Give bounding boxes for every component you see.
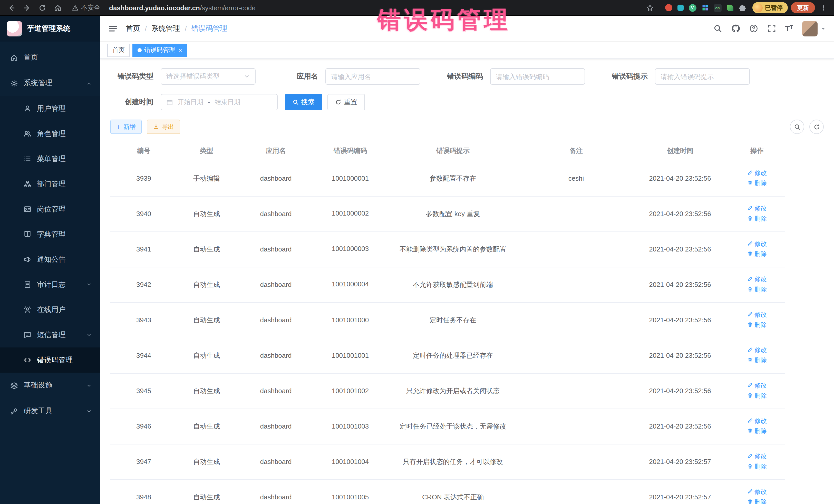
extension-grid-icon[interactable] [701,4,708,11]
column-header: 编号 [110,141,177,161]
delete-link[interactable]: 删除 [747,214,767,223]
table-row: 3943自动生成dashboard1001001000定时任务不存在2021-0… [110,302,785,338]
add-button[interactable]: + 新增 [110,119,142,134]
edit-link[interactable]: 修改 [747,203,767,213]
sidebar-item-role[interactable]: 角色管理 [0,121,100,146]
refresh-table-button[interactable] [809,119,824,134]
cell-code: 1001000001 [316,161,385,196]
browser-update-button[interactable]: 更新 [791,2,815,13]
book-icon [24,231,31,238]
bookmark-icon[interactable] [646,4,654,12]
sidebar-item-menu[interactable]: 菜单管理 [0,146,100,171]
sidebar-item-home[interactable]: 首页 [0,45,100,70]
extension-red-icon[interactable] [665,4,672,11]
app-name-input[interactable] [325,68,420,85]
cell-created: 2021-04-20 23:52:56 [631,409,729,444]
browser-menu-icon[interactable]: ⋮ [818,4,829,12]
close-tab-icon[interactable]: × [179,47,182,53]
cell-id: 3942 [110,267,177,302]
error-type-select[interactable]: 请选择错误码类型 [161,68,256,85]
delete-link[interactable]: 删除 [747,462,767,471]
edit-link[interactable]: 修改 [747,452,767,461]
refresh-icon [335,99,341,105]
sidebar-item-dict[interactable]: 字典管理 [0,222,100,247]
sidebar-item-notice[interactable]: 通知公告 [0,247,100,272]
tab-error-code[interactable]: 错误码管理× [132,43,187,57]
delete-link[interactable]: 删除 [747,497,767,504]
show-search-button[interactable] [790,119,804,134]
date-range-picker[interactable]: 开始日期 - 结束日期 [161,94,278,110]
cell-operations: 修改删除 [729,444,785,479]
vue-devtools-icon[interactable]: V [688,4,696,12]
profile-paused-chip[interactable]: 已暂停 [752,2,788,13]
github-icon[interactable] [731,24,740,33]
extension-leaf-icon[interactable] [726,4,733,11]
app-title: 芋道管理系统 [27,24,70,34]
table-row: 3948自动生成dashboard1001001005CRON 表达式不正确20… [110,479,785,504]
tools-icon [10,407,18,415]
sidebar-item-system[interactable]: 系统管理 [0,70,100,96]
app-logo-image [7,21,22,37]
edit-link[interactable]: 修改 [747,310,767,319]
profile-avatar [754,3,762,12]
security-chip[interactable]: 不安全 [72,3,100,12]
sidebar: 芋道管理系统 首页系统管理用户管理角色管理菜单管理部门管理岗位管理字典管理通知公… [0,16,100,504]
breadcrumb-item[interactable]: 系统管理 [151,24,180,33]
sidebar-item-post[interactable]: 岗位管理 [0,197,100,222]
extension-on-icon[interactable]: on [714,4,721,12]
extension-teal-icon[interactable] [677,5,683,11]
edit-link[interactable]: 修改 [747,168,767,177]
address-bar[interactable]: 不安全 dashboard.yudao.iocoder.cn/system/er… [67,1,659,14]
edit-icon [747,382,753,388]
edit-link[interactable]: 修改 [747,487,767,496]
fullscreen-icon[interactable] [767,24,776,33]
error-message-input[interactable] [655,68,750,85]
sidebar-item-error-code[interactable]: 错误码管理 [0,348,100,373]
sidebar-item-online-user[interactable]: 在线用户 [0,297,100,322]
delete-link[interactable]: 删除 [747,355,767,365]
error-code-input[interactable] [490,68,585,85]
sidebar-item-user[interactable]: 用户管理 [0,96,100,121]
sidebar-item-sms[interactable]: 短信管理 [0,322,100,348]
search-button[interactable]: 搜索 [285,94,322,110]
tab-home[interactable]: 首页 [107,43,130,57]
delete-link[interactable]: 删除 [747,178,767,188]
help-icon[interactable] [749,24,758,33]
search-icon[interactable] [713,24,722,33]
extensions-puzzle-icon[interactable] [738,4,746,12]
sidebar-item-dept[interactable]: 部门管理 [0,171,100,197]
sidebar-item-audit-log[interactable]: 审计日志 [0,272,100,297]
edit-link[interactable]: 修改 [747,239,767,248]
reset-button[interactable]: 重置 [327,94,365,110]
reload-button[interactable] [36,2,48,14]
user-icon [24,105,31,112]
edit-link[interactable]: 修改 [747,274,767,284]
sidebar-item-label: 字典管理 [37,230,92,239]
trash-icon [747,393,753,398]
delete-link[interactable]: 删除 [747,320,767,329]
cell-app: dashboard [236,196,316,232]
sidebar-toggle-icon[interactable] [108,24,117,33]
delete-link[interactable]: 删除 [747,285,767,294]
breadcrumb-item: 错误码管理 [192,24,227,33]
forward-button[interactable] [21,2,33,14]
export-button[interactable]: 导出 [147,119,180,134]
sidebar-item-dev-tools[interactable]: 研发工具 [0,398,100,424]
sidebar-item-infra[interactable]: 基础设施 [0,373,100,398]
edit-link[interactable]: 修改 [747,380,767,390]
app-logo[interactable]: 芋道管理系统 [0,16,100,42]
edit-link[interactable]: 修改 [747,416,767,425]
delete-link[interactable]: 删除 [747,391,767,400]
breadcrumb-item[interactable]: 首页 [126,24,140,33]
home-button[interactable] [51,2,64,14]
delete-link[interactable]: 删除 [747,426,767,436]
filter-label: 创建时间 [110,97,153,107]
cell-message: CRON 表达式不正确 [385,479,521,504]
chevron-down-icon [86,382,92,388]
user-menu[interactable] [802,21,826,36]
delete-link[interactable]: 删除 [747,249,767,258]
font-size-icon[interactable]: TT [785,25,793,32]
edit-link[interactable]: 修改 [747,345,767,354]
back-button[interactable] [5,2,18,14]
calendar-icon [166,99,173,106]
